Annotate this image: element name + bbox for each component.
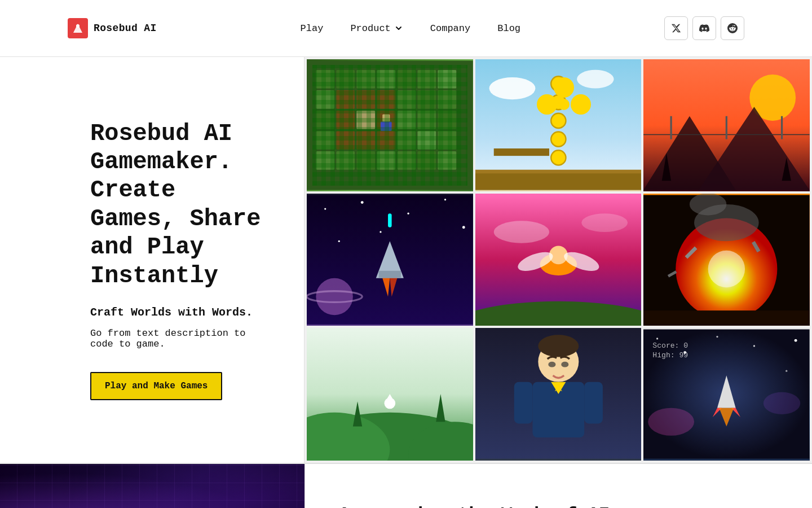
svg-point-62 [324, 208, 326, 210]
game-thumbnail-3[interactable] [643, 59, 810, 191]
svg-rect-91 [643, 310, 810, 325]
svg-point-67 [338, 240, 340, 242]
svg-point-45 [551, 113, 566, 128]
svg-rect-35 [397, 151, 416, 170]
svg-point-43 [551, 76, 566, 91]
discord-button[interactable] [692, 16, 716, 40]
svg-point-112 [656, 338, 658, 340]
svg-rect-36 [417, 151, 436, 170]
svg-rect-6 [377, 70, 395, 89]
game-thumbnail-6[interactable] [643, 194, 810, 326]
svg-rect-2 [307, 61, 473, 190]
svg-point-87 [690, 194, 726, 216]
nav-product[interactable]: Product [350, 23, 403, 34]
bottom-left-background [0, 464, 304, 508]
svg-point-68 [379, 231, 381, 233]
svg-point-117 [785, 370, 787, 372]
svg-rect-12 [356, 90, 375, 109]
svg-rect-15 [417, 90, 436, 109]
svg-point-66 [462, 226, 465, 229]
svg-rect-23 [438, 111, 456, 129]
game-thumbnail-5[interactable] [475, 194, 642, 326]
game-thumb-3-visual [643, 59, 810, 191]
svg-rect-73 [388, 213, 392, 227]
svg-rect-50 [493, 148, 549, 156]
game-thumbnail-1[interactable] [307, 59, 473, 191]
svg-rect-108 [584, 382, 603, 424]
announcement-title: Announcing the Week of AI x Rosebud Game… [339, 504, 621, 508]
bottom-left-panel: Rosebud AI X Week of AI Level Up Your AI… [0, 464, 304, 508]
svg-point-78 [581, 213, 628, 232]
svg-point-103 [538, 335, 579, 357]
navbar: Rosebud AI Play Product Company Blog [0, 0, 812, 57]
logo[interactable]: Rosebud AI [68, 18, 157, 38]
game-thumb-7-visual [307, 328, 473, 460]
svg-rect-31 [316, 151, 334, 170]
svg-rect-34 [377, 151, 395, 170]
svg-rect-33 [356, 151, 375, 170]
svg-rect-48 [475, 172, 642, 190]
svg-point-92 [708, 251, 745, 287]
svg-rect-37 [438, 151, 456, 170]
game-thumbnail-4[interactable] [307, 194, 473, 326]
svg-point-46 [551, 132, 566, 147]
svg-rect-13 [377, 90, 395, 109]
game-thumbnail-7[interactable] [307, 328, 473, 460]
svg-point-122 [648, 408, 695, 436]
svg-rect-18 [336, 111, 355, 129]
svg-rect-20 [377, 111, 395, 129]
logo-text: Rosebud AI [94, 23, 157, 34]
svg-rect-11 [336, 90, 355, 109]
svg-point-116 [795, 339, 797, 342]
svg-rect-32 [336, 151, 355, 170]
svg-point-110 [561, 362, 568, 367]
svg-point-63 [361, 201, 364, 204]
svg-rect-38 [382, 114, 390, 121]
svg-rect-28 [397, 131, 416, 150]
nav-social [664, 16, 744, 40]
svg-rect-16 [438, 90, 456, 109]
game-thumbnail-9[interactable]: Score: 0 High: 99 [643, 328, 810, 460]
svg-point-1 [76, 24, 80, 28]
svg-point-65 [444, 199, 446, 200]
game-thumb-1-visual [307, 59, 473, 191]
svg-point-44 [551, 95, 566, 110]
svg-point-41 [489, 77, 535, 99]
svg-rect-22 [417, 111, 436, 129]
svg-rect-39 [381, 122, 392, 131]
game-thumb-5-visual [475, 194, 642, 326]
nav-play[interactable]: Play [301, 23, 324, 34]
svg-point-74 [316, 278, 352, 315]
twitter-button[interactable] [664, 16, 688, 40]
svg-point-77 [493, 221, 549, 243]
svg-point-114 [717, 336, 718, 338]
svg-rect-10 [316, 90, 334, 109]
cta-play-button[interactable]: Play and Make Games [90, 372, 222, 400]
reddit-button[interactable] [721, 16, 744, 40]
svg-rect-19 [356, 111, 375, 129]
game-thumbnail-8[interactable] [475, 328, 642, 460]
svg-point-109 [548, 362, 555, 367]
game-grid: Score: 0 High: 99 [304, 57, 812, 463]
svg-point-115 [753, 345, 755, 347]
nav-blog[interactable]: Blog [497, 23, 520, 34]
svg-point-42 [577, 70, 614, 89]
game-thumb-8-visual [475, 328, 642, 460]
svg-rect-70 [379, 271, 401, 278]
svg-rect-24 [316, 131, 334, 150]
svg-rect-17 [316, 111, 334, 129]
hero-title: Rosebud AI Gamemaker. Create Games, Shar… [90, 120, 270, 290]
game-thumbnail-2[interactable] [475, 59, 642, 191]
reddit-icon [727, 23, 738, 33]
discord-icon [699, 23, 709, 33]
game-thumb-4-visual [307, 194, 473, 326]
nav-company[interactable]: Company [430, 23, 470, 34]
svg-text:High: 99: High: 99 [653, 351, 689, 360]
svg-rect-29 [417, 131, 436, 150]
svg-point-123 [764, 392, 800, 414]
svg-rect-26 [356, 131, 375, 150]
svg-rect-27 [377, 131, 395, 150]
logo-icon [68, 18, 88, 38]
nav-links: Play Product Company Blog [301, 23, 520, 34]
svg-point-64 [407, 213, 409, 214]
